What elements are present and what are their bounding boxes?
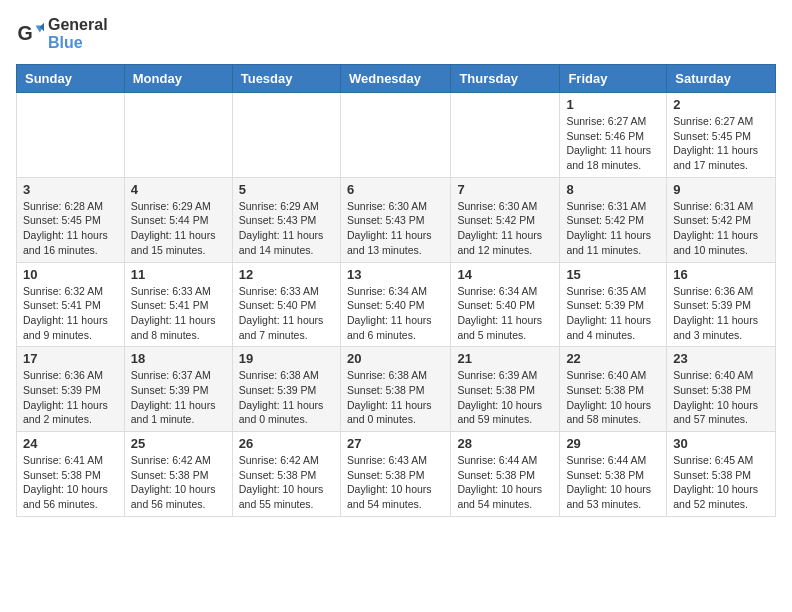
calendar-cell: 11Sunrise: 6:33 AM Sunset: 5:41 PM Dayli… [124,262,232,347]
calendar-cell: 3Sunrise: 6:28 AM Sunset: 5:45 PM Daylig… [17,177,125,262]
calendar-week-row: 24Sunrise: 6:41 AM Sunset: 5:38 PM Dayli… [17,432,776,517]
calendar-cell: 30Sunrise: 6:45 AM Sunset: 5:38 PM Dayli… [667,432,776,517]
header-sunday: Sunday [17,65,125,93]
day-number: 8 [566,182,660,197]
calendar-cell: 1Sunrise: 6:27 AM Sunset: 5:46 PM Daylig… [560,93,667,178]
calendar-cell: 18Sunrise: 6:37 AM Sunset: 5:39 PM Dayli… [124,347,232,432]
day-info: Sunrise: 6:42 AM Sunset: 5:38 PM Dayligh… [239,453,334,512]
day-info: Sunrise: 6:37 AM Sunset: 5:39 PM Dayligh… [131,368,226,427]
calendar-week-row: 3Sunrise: 6:28 AM Sunset: 5:45 PM Daylig… [17,177,776,262]
day-number: 1 [566,97,660,112]
calendar-cell [124,93,232,178]
day-info: Sunrise: 6:30 AM Sunset: 5:43 PM Dayligh… [347,199,444,258]
day-number: 23 [673,351,769,366]
calendar-cell: 7Sunrise: 6:30 AM Sunset: 5:42 PM Daylig… [451,177,560,262]
calendar-cell: 22Sunrise: 6:40 AM Sunset: 5:38 PM Dayli… [560,347,667,432]
header-saturday: Saturday [667,65,776,93]
day-number: 2 [673,97,769,112]
calendar-cell: 5Sunrise: 6:29 AM Sunset: 5:43 PM Daylig… [232,177,340,262]
day-info: Sunrise: 6:31 AM Sunset: 5:42 PM Dayligh… [566,199,660,258]
logo-blue: Blue [48,34,83,51]
day-info: Sunrise: 6:35 AM Sunset: 5:39 PM Dayligh… [566,284,660,343]
calendar-cell: 25Sunrise: 6:42 AM Sunset: 5:38 PM Dayli… [124,432,232,517]
day-info: Sunrise: 6:33 AM Sunset: 5:40 PM Dayligh… [239,284,334,343]
day-number: 17 [23,351,118,366]
day-info: Sunrise: 6:28 AM Sunset: 5:45 PM Dayligh… [23,199,118,258]
header-wednesday: Wednesday [340,65,450,93]
svg-text:G: G [17,22,32,44]
day-number: 30 [673,436,769,451]
calendar-cell [340,93,450,178]
calendar-week-row: 1Sunrise: 6:27 AM Sunset: 5:46 PM Daylig… [17,93,776,178]
calendar-cell: 19Sunrise: 6:38 AM Sunset: 5:39 PM Dayli… [232,347,340,432]
day-number: 3 [23,182,118,197]
day-info: Sunrise: 6:34 AM Sunset: 5:40 PM Dayligh… [347,284,444,343]
day-number: 26 [239,436,334,451]
day-number: 7 [457,182,553,197]
day-info: Sunrise: 6:33 AM Sunset: 5:41 PM Dayligh… [131,284,226,343]
day-info: Sunrise: 6:29 AM Sunset: 5:44 PM Dayligh… [131,199,226,258]
calendar-table: SundayMondayTuesdayWednesdayThursdayFrid… [16,64,776,517]
calendar-week-row: 17Sunrise: 6:36 AM Sunset: 5:39 PM Dayli… [17,347,776,432]
day-number: 27 [347,436,444,451]
day-info: Sunrise: 6:30 AM Sunset: 5:42 PM Dayligh… [457,199,553,258]
day-info: Sunrise: 6:34 AM Sunset: 5:40 PM Dayligh… [457,284,553,343]
day-number: 4 [131,182,226,197]
calendar-header-row: SundayMondayTuesdayWednesdayThursdayFrid… [17,65,776,93]
day-number: 14 [457,267,553,282]
calendar-cell: 23Sunrise: 6:40 AM Sunset: 5:38 PM Dayli… [667,347,776,432]
day-number: 25 [131,436,226,451]
calendar-cell: 4Sunrise: 6:29 AM Sunset: 5:44 PM Daylig… [124,177,232,262]
day-info: Sunrise: 6:36 AM Sunset: 5:39 PM Dayligh… [673,284,769,343]
calendar-cell [17,93,125,178]
calendar-cell: 27Sunrise: 6:43 AM Sunset: 5:38 PM Dayli… [340,432,450,517]
header-friday: Friday [560,65,667,93]
day-info: Sunrise: 6:44 AM Sunset: 5:38 PM Dayligh… [457,453,553,512]
calendar-cell: 26Sunrise: 6:42 AM Sunset: 5:38 PM Dayli… [232,432,340,517]
logo: G General Blue [16,16,108,52]
day-number: 5 [239,182,334,197]
header-tuesday: Tuesday [232,65,340,93]
day-info: Sunrise: 6:40 AM Sunset: 5:38 PM Dayligh… [673,368,769,427]
day-number: 16 [673,267,769,282]
header-thursday: Thursday [451,65,560,93]
day-info: Sunrise: 6:36 AM Sunset: 5:39 PM Dayligh… [23,368,118,427]
day-info: Sunrise: 6:44 AM Sunset: 5:38 PM Dayligh… [566,453,660,512]
calendar-cell: 10Sunrise: 6:32 AM Sunset: 5:41 PM Dayli… [17,262,125,347]
calendar-cell: 21Sunrise: 6:39 AM Sunset: 5:38 PM Dayli… [451,347,560,432]
calendar-cell: 16Sunrise: 6:36 AM Sunset: 5:39 PM Dayli… [667,262,776,347]
calendar-cell: 6Sunrise: 6:30 AM Sunset: 5:43 PM Daylig… [340,177,450,262]
day-number: 20 [347,351,444,366]
day-info: Sunrise: 6:42 AM Sunset: 5:38 PM Dayligh… [131,453,226,512]
logo-icon: G [16,20,44,48]
day-info: Sunrise: 6:27 AM Sunset: 5:46 PM Dayligh… [566,114,660,173]
day-info: Sunrise: 6:45 AM Sunset: 5:38 PM Dayligh… [673,453,769,512]
day-info: Sunrise: 6:27 AM Sunset: 5:45 PM Dayligh… [673,114,769,173]
calendar-cell: 14Sunrise: 6:34 AM Sunset: 5:40 PM Dayli… [451,262,560,347]
calendar-cell: 8Sunrise: 6:31 AM Sunset: 5:42 PM Daylig… [560,177,667,262]
calendar-cell [451,93,560,178]
day-number: 21 [457,351,553,366]
day-number: 11 [131,267,226,282]
day-number: 18 [131,351,226,366]
day-info: Sunrise: 6:43 AM Sunset: 5:38 PM Dayligh… [347,453,444,512]
day-info: Sunrise: 6:41 AM Sunset: 5:38 PM Dayligh… [23,453,118,512]
day-number: 12 [239,267,334,282]
header-monday: Monday [124,65,232,93]
day-info: Sunrise: 6:29 AM Sunset: 5:43 PM Dayligh… [239,199,334,258]
logo-general: General [48,16,108,33]
day-info: Sunrise: 6:38 AM Sunset: 5:38 PM Dayligh… [347,368,444,427]
calendar-cell [232,93,340,178]
calendar-cell: 17Sunrise: 6:36 AM Sunset: 5:39 PM Dayli… [17,347,125,432]
calendar-cell: 12Sunrise: 6:33 AM Sunset: 5:40 PM Dayli… [232,262,340,347]
calendar-cell: 2Sunrise: 6:27 AM Sunset: 5:45 PM Daylig… [667,93,776,178]
day-info: Sunrise: 6:40 AM Sunset: 5:38 PM Dayligh… [566,368,660,427]
calendar-cell: 24Sunrise: 6:41 AM Sunset: 5:38 PM Dayli… [17,432,125,517]
calendar-cell: 13Sunrise: 6:34 AM Sunset: 5:40 PM Dayli… [340,262,450,347]
day-number: 15 [566,267,660,282]
day-number: 19 [239,351,334,366]
calendar-cell: 20Sunrise: 6:38 AM Sunset: 5:38 PM Dayli… [340,347,450,432]
calendar-cell: 15Sunrise: 6:35 AM Sunset: 5:39 PM Dayli… [560,262,667,347]
day-number: 6 [347,182,444,197]
day-info: Sunrise: 6:39 AM Sunset: 5:38 PM Dayligh… [457,368,553,427]
